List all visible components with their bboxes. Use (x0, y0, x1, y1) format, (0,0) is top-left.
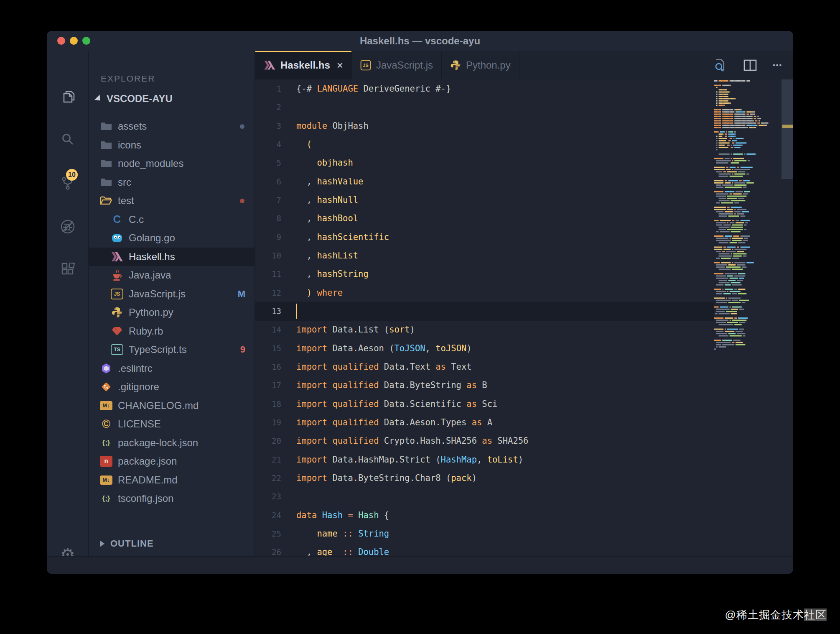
more-actions-icon[interactable]: ••• (773, 61, 782, 69)
code-line-22: 22import Data.ByteString.Char8 (pack) (255, 469, 714, 488)
js-icon: JS (111, 289, 123, 299)
vscode-window: Haskell.hs — vscode-ayu 10 ⚙ EXPLORER VS… (47, 31, 793, 574)
tab-label: Python.py (466, 59, 511, 71)
line-number: 20 (255, 432, 281, 450)
text-cursor (296, 304, 297, 319)
tree-item-label: JavaScript.js (129, 288, 186, 300)
search-icon[interactable] (47, 124, 89, 156)
code-line-1: 1{-# LANGUAGE DeriveGeneric #-} (255, 79, 714, 98)
tree-item-package-json[interactable]: npackage.json (89, 452, 255, 470)
tree-item-assets[interactable]: assets (89, 117, 255, 135)
code-line-11: 11 , hashString (255, 265, 714, 284)
tree-item-java-java[interactable]: Java.java (89, 266, 255, 284)
tree-item-label: .eslintrc (118, 363, 153, 374)
tree-item-label: Ruby.rb (129, 325, 163, 337)
md-icon: M↓ (100, 476, 112, 485)
line-number: 24 (255, 506, 281, 525)
scrollbar[interactable] (781, 79, 793, 556)
tree-item-label: Haskell.hs (129, 251, 175, 263)
go-icon (111, 232, 123, 244)
git-status-badge: 9 (240, 344, 245, 355)
code-line-10: 10 , hashList (255, 246, 714, 265)
md-icon: M↓ (100, 401, 112, 410)
tree-item-label: C.c (129, 214, 144, 225)
tab-bar: Haskell.hs×JSJavaScript.js Python.py (255, 51, 793, 79)
git-icon (100, 381, 112, 393)
code-text: import Data.Aeson (ToJSON, toJSON) (296, 339, 472, 358)
tree-item-typescript-ts[interactable]: TSTypeScript.ts9 (89, 340, 255, 359)
tree-item-golang-go[interactable]: Golang.go (89, 229, 255, 247)
code-text: , hashBool (296, 209, 358, 228)
editor-group: Haskell.hs×JSJavaScript.js Python.py •••… (255, 51, 793, 556)
line-number: 15 (255, 339, 281, 358)
code-text: name :: String (296, 524, 389, 543)
python-icon (451, 60, 461, 71)
tab-javascript-js[interactable]: JSJavaScript.js (352, 51, 442, 79)
screenshot-stage: Haskell.hs — vscode-ayu 10 ⚙ EXPLORER VS… (0, 0, 840, 634)
code-line-13: 13 (255, 302, 714, 321)
tree-item--eslintrc[interactable]: .eslintrc (89, 359, 255, 378)
tab-label: JavaScript.js (376, 59, 433, 71)
explorer-sidebar: EXPLORER VSCODE-AYU assetsiconsnode_modu… (89, 51, 255, 556)
line-number: 10 (255, 246, 281, 265)
outline-section[interactable]: OUTLINE (89, 534, 255, 553)
line-number: 14 (255, 320, 281, 339)
json-icon: {;} (100, 492, 112, 505)
line-number: 6 (255, 172, 281, 191)
tree-item-license[interactable]: ©LICENSE (89, 415, 255, 433)
minimap[interactable] (714, 79, 781, 556)
watermark-highlight: 社区 (804, 608, 827, 621)
code-text: module ObjHash (296, 117, 369, 135)
tree-item--gitignore[interactable]: .gitignore (89, 378, 255, 396)
code-line-9: 9 , hashScientific (255, 228, 714, 247)
npm-icon: n (100, 456, 112, 467)
haskell-icon (264, 60, 275, 71)
tab-python-py[interactable]: Python.py (442, 51, 519, 79)
line-number: 5 (255, 153, 281, 172)
search-in-file-icon[interactable] (713, 58, 728, 72)
explorer-icon[interactable] (47, 81, 89, 113)
extensions-icon[interactable] (47, 254, 89, 286)
folder-icon (100, 120, 112, 133)
code-text: import qualified Data.Text as Text (296, 358, 472, 376)
line-number: 13 (255, 302, 281, 321)
tree-item-label: test (118, 195, 134, 207)
change-indicator-dot (240, 124, 244, 129)
line-number: 23 (255, 487, 281, 506)
license-icon: © (100, 418, 112, 430)
tab-haskell-hs[interactable]: Haskell.hs× (255, 51, 352, 79)
tree-item-src[interactable]: src (89, 173, 255, 192)
split-editor-icon[interactable] (743, 59, 757, 72)
tree-item-readme-md[interactable]: M↓README.md (89, 471, 255, 489)
tree-root-vscode-ayu[interactable]: VSCODE-AYU (89, 89, 255, 108)
code-editor[interactable]: 1{-# LANGUAGE DeriveGeneric #-}23module … (255, 79, 714, 556)
tree-item-tsconfig-json[interactable]: {;}tsconfig.json (89, 489, 255, 508)
code-line-19: 19import qualified Data.Aeson.Types as A (255, 413, 714, 432)
tree-item-label: README.md (118, 474, 178, 486)
tree-item-python-py[interactable]: Python.py (89, 303, 255, 322)
tree-item-c-c[interactable]: CC.c (89, 210, 255, 229)
close-tab-icon[interactable]: × (337, 60, 343, 71)
root-folder-label: VSCODE-AYU (107, 93, 173, 105)
code-text: , hashList (296, 246, 358, 265)
tree-item-test[interactable]: test (89, 192, 255, 210)
scrollbar-slider[interactable] (781, 79, 793, 179)
tree-item-node-modules[interactable]: node_modules (89, 154, 255, 173)
explorer-header: EXPLORER (101, 74, 155, 84)
tree-item-icons[interactable]: icons (89, 136, 255, 154)
line-number: 12 (255, 284, 281, 302)
tree-item-javascript-js[interactable]: JSJavaScript.jsM (89, 285, 255, 303)
code-line-7: 7 , hashNull (255, 191, 714, 210)
line-number: 1 (255, 79, 281, 98)
title-bar: Haskell.hs — vscode-ayu (47, 31, 793, 51)
tree-item-haskell-hs[interactable]: Haskell.hs (89, 248, 255, 266)
c-icon: C (111, 213, 123, 226)
line-number: 25 (255, 524, 281, 543)
line-number: 8 (255, 209, 281, 228)
search-icon (60, 132, 75, 147)
debug-disabled-icon (59, 218, 76, 235)
tree-item-changelog-md[interactable]: M↓CHANGELOG.md (89, 396, 255, 415)
tree-item-ruby-rb[interactable]: Ruby.rb (89, 322, 255, 340)
debug-disabled-icon[interactable] (47, 211, 89, 243)
tree-item-package-lock-json[interactable]: {;}package-lock.json (89, 434, 255, 452)
